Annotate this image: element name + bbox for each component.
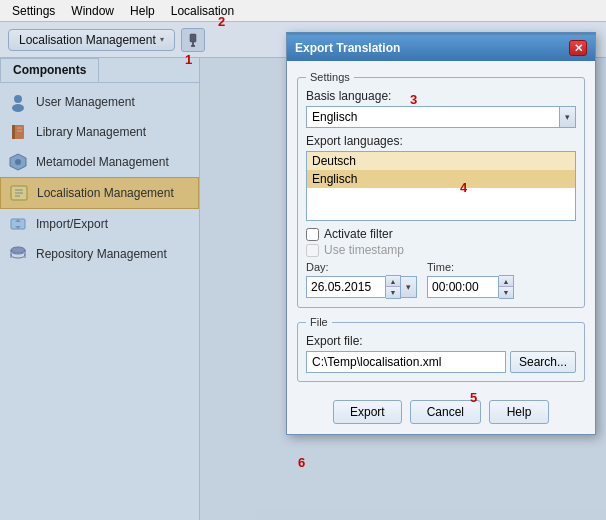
day-dropdown-btn[interactable]: ▾ — [401, 276, 417, 298]
menu-settings[interactable]: Settings — [4, 2, 63, 20]
use-timestamp-label: Use timestamp — [324, 243, 404, 257]
export-translation-dialog: Export Translation ✕ Settings Basis lang… — [286, 32, 596, 435]
list-item-englisch[interactable]: Englisch — [307, 170, 575, 188]
export-languages-listbox[interactable]: Deutsch Englisch — [306, 151, 576, 221]
use-timestamp-row: Use timestamp — [306, 243, 576, 257]
day-input-wrapper: ▲ ▼ ▾ — [306, 275, 417, 299]
annotation-1: 1 — [185, 52, 192, 67]
activate-filter-row: Activate filter — [306, 227, 576, 241]
export-file-label: Export file: — [306, 334, 576, 348]
use-timestamp-checkbox[interactable] — [306, 244, 319, 257]
dialog-close-button[interactable]: ✕ — [569, 40, 587, 56]
file-legend: File — [306, 316, 332, 328]
list-item-deutsch[interactable]: Deutsch — [307, 152, 575, 170]
time-group: Time: ▲ ▼ — [427, 261, 514, 299]
dialog-body: Settings Basis language: Englisch ▾ Expo… — [287, 61, 595, 392]
basis-language-dropdown-arrow[interactable]: ▾ — [560, 106, 576, 128]
checkboxes-area: Activate filter Use timestamp — [306, 227, 576, 257]
export-file-row: Search... — [306, 351, 576, 373]
datetime-row: Day: ▲ ▼ ▾ Time: — [306, 261, 576, 299]
dialog-overlay: Export Translation ✕ Settings Basis lang… — [0, 22, 606, 520]
annotation-6: 6 — [298, 455, 305, 470]
day-input[interactable] — [306, 276, 386, 298]
time-input[interactable] — [427, 276, 499, 298]
search-button[interactable]: Search... — [510, 351, 576, 373]
basis-language-label: Basis language: — [306, 89, 576, 103]
menu-bar: Settings Window Help Localisation — [0, 0, 606, 22]
annotation-4: 4 — [460, 180, 467, 195]
activate-filter-label: Activate filter — [324, 227, 393, 241]
settings-fieldset: Settings Basis language: Englisch ▾ Expo… — [297, 71, 585, 308]
time-label: Time: — [427, 261, 514, 273]
dialog-footer: Export Cancel Help — [287, 392, 595, 434]
time-spin-down[interactable]: ▼ — [499, 287, 513, 298]
annotation-3: 3 — [410, 92, 417, 107]
basis-language-select-wrapper: Englisch ▾ — [306, 106, 576, 128]
help-button[interactable]: Help — [489, 400, 549, 424]
dialog-titlebar: Export Translation ✕ — [287, 35, 595, 61]
export-file-input[interactable] — [306, 351, 506, 373]
basis-language-select[interactable]: Englisch — [306, 106, 560, 128]
day-label: Day: — [306, 261, 417, 273]
settings-legend: Settings — [306, 71, 354, 83]
menu-localisation[interactable]: Localisation — [163, 2, 242, 20]
menu-help[interactable]: Help — [122, 2, 163, 20]
export-languages-label: Export languages: — [306, 134, 576, 148]
dialog-title: Export Translation — [295, 41, 400, 55]
day-spin-down[interactable]: ▼ — [386, 287, 400, 298]
annotation-5: 5 — [470, 390, 477, 405]
time-input-wrapper: ▲ ▼ — [427, 275, 514, 299]
export-button[interactable]: Export — [333, 400, 402, 424]
file-fieldset: File Export file: Search... — [297, 316, 585, 382]
menu-window[interactable]: Window — [63, 2, 122, 20]
day-spin-up[interactable]: ▲ — [386, 276, 400, 287]
time-spin-btns: ▲ ▼ — [499, 275, 514, 299]
day-spin-btns: ▲ ▼ — [386, 275, 401, 299]
day-group: Day: ▲ ▼ ▾ — [306, 261, 417, 299]
annotation-2: 2 — [218, 14, 225, 29]
time-spin-up[interactable]: ▲ — [499, 276, 513, 287]
activate-filter-checkbox[interactable] — [306, 228, 319, 241]
